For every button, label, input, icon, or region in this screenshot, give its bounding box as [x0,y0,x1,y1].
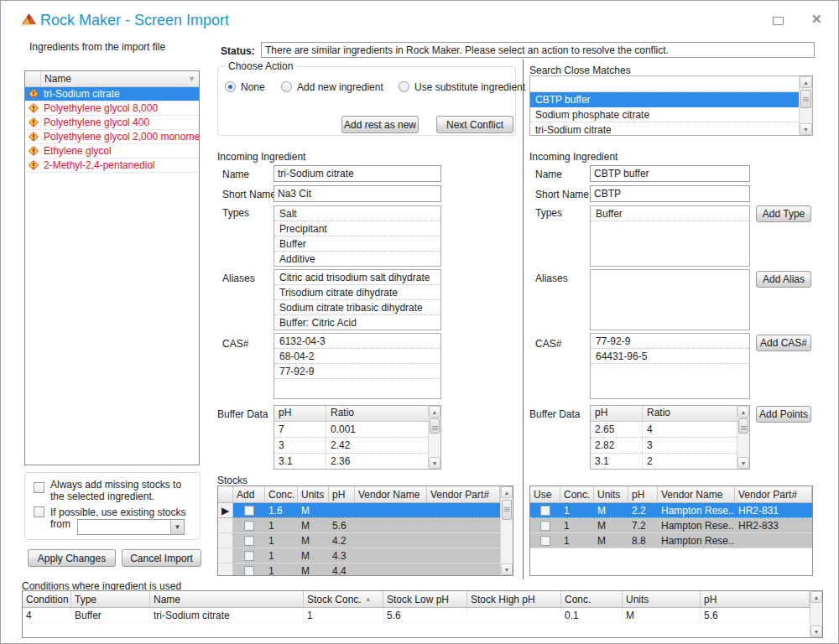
stock-row[interactable]: 1M5.6 [218,518,513,533]
scrollbar[interactable]: ▲ ▼ [428,406,440,469]
column-header[interactable]: Units [594,486,628,502]
incoming-buffer-table[interactable]: pH Ratio 7 0.001 3 2.42 3.1 2.36 ▲ ▼ [274,405,441,470]
list-item[interactable]: Precipitant [274,221,440,236]
search-matches-list[interactable]: CBTP bufferSodium phosphate citratetri-S… [529,75,813,136]
existing-short-name-field[interactable]: CBTP [590,185,750,202]
add-cas-button[interactable]: Add CAS# [756,335,811,351]
buffer-row[interactable]: 3.1 2.36 [274,454,428,470]
scrollbar[interactable]: ▲ ▼ [737,406,749,469]
column-header[interactable]: pH [329,486,355,502]
import-list-item[interactable]: Polyethylene glycol 2,000 monomet... [25,130,199,144]
column-header[interactable]: Ratio [643,406,737,421]
scroll-down-icon[interactable]: ▼ [800,123,812,135]
stock-row[interactable]: 1M7.2Hampton Rese...HR2-833 [530,518,812,533]
scroll-up-icon[interactable]: ▲ [810,591,822,603]
list-item[interactable]: Buffer: Citric Acid [274,315,440,330]
incoming-aliases-list[interactable]: Citric acid trisodium salt dihydrateTris… [274,269,441,330]
add-points-button[interactable]: Add Points [756,406,811,423]
import-list-item[interactable]: 2-Methyl-2,4-pentanediol [25,158,199,173]
column-header[interactable]: Units [298,486,329,502]
scroll-down-icon[interactable]: ▼ [737,457,749,469]
list-item[interactable]: 6132-04-3 [274,334,440,349]
list-item[interactable]: Salt [274,206,440,221]
list-item[interactable]: Buffer [591,206,749,221]
buffer-row[interactable]: 2.82 3 [591,438,737,454]
add-rest-as-new-button[interactable]: Add rest as new [341,116,419,133]
import-list-item[interactable]: Ethylene glycol [25,144,199,158]
conditions-scrollbar[interactable]: ▲ ▼ [810,591,822,637]
column-header[interactable]: pH [591,406,643,421]
column-header[interactable]: Type [71,591,150,607]
buffer-row[interactable]: 3.1 2 [591,454,737,470]
column-header[interactable]: Units [623,591,701,607]
list-item[interactable]: Sodium citrate tribasic dihydrate [274,300,440,315]
conditions-table[interactable]: Condition #TypeNameStock Conc.▲Stock Low… [22,590,823,638]
radio-use-substitute[interactable] [399,81,409,92]
incoming-types-list[interactable]: SaltPrecipitantBufferAdditive [274,205,441,267]
row-checkbox[interactable] [540,536,550,546]
condition-row[interactable]: 4Buffertri-Sodium citrate15.60.1M5.6 [23,608,822,623]
stock-row[interactable]: 1M2.2Hampton Rese...HR2-831 [530,503,812,518]
column-header[interactable]: Stock Low pH [383,591,467,607]
list-item[interactable]: 77-92-9 [274,364,440,379]
search-match-item[interactable]: CBTP buffer [530,92,799,107]
column-header[interactable]: Stock Conc.▲ [304,591,383,607]
existing-buffer-table[interactable]: pH Ratio 2.65 4 2.82 3 3.1 2 ▲ ▼ [590,405,750,470]
column-header[interactable]: Condition # [23,591,71,607]
column-header[interactable]: pH [274,406,326,421]
incoming-short-name-field[interactable]: Na3 Cit [274,185,441,202]
search-matches-scrollbar[interactable]: ▲ ▼ [799,76,812,135]
column-header[interactable]: Ratio [326,406,428,421]
column-header[interactable]: Vendor Part# [735,486,812,502]
incoming-cas-list[interactable]: 6132-04-368-04-277-92-9 [274,333,441,399]
existing-types-list[interactable]: Buffer [590,205,750,267]
close-button[interactable]: ✕ [811,12,822,27]
row-checkbox[interactable] [244,551,254,561]
column-header[interactable]: Vendor Name [355,486,427,502]
list-item[interactable]: 77-92-9 [591,334,749,349]
radio-add-new-ingredient[interactable] [281,81,292,92]
incoming-name-field[interactable]: tri-Sodium citrate [274,165,441,182]
next-conflict-button[interactable]: Next Conflict [436,116,513,133]
list-item[interactable]: Buffer [274,236,440,252]
use-existing-stocks-checkbox[interactable] [34,506,44,517]
stock-row[interactable]: 1M8.8Hampton Rese... [530,533,812,548]
row-selector[interactable] [218,533,233,548]
stock-row[interactable]: ▶1.6M [218,503,513,518]
stocks-table[interactable]: AddConc.UnitspHVendor NameVendor Part#▶1… [217,486,513,576]
column-header[interactable]: Stock High pH [467,591,561,607]
dropdown-arrow-icon[interactable]: ▼ [170,520,184,534]
scroll-up-icon[interactable]: ▲ [501,486,513,498]
list-item[interactable]: Citric acid trisodium salt dihydrate [274,270,440,285]
row-checkbox[interactable] [540,506,550,516]
radio-none[interactable] [225,81,236,92]
row-checkbox[interactable] [244,566,254,576]
column-header[interactable]: Use [530,486,560,502]
stock-row[interactable]: 1M4.2 [218,533,513,548]
apply-changes-button[interactable]: Apply Changes [28,549,116,567]
import-list-header[interactable]: Name ▼ [25,71,199,87]
buffer-row[interactable]: 2.65 4 [591,422,737,438]
row-checkbox[interactable] [244,506,254,516]
column-header[interactable]: Conc. [265,486,298,502]
import-list-item[interactable]: tri-Sodium citrate [25,87,199,101]
list-item[interactable]: 68-04-2 [274,349,440,364]
maximize-button[interactable] [773,17,784,25]
stock-row[interactable]: 1M4.4 [218,564,513,576]
add-type-button[interactable]: Add Type [756,205,811,222]
existing-cas-list[interactable]: 77-92-964431-96-5 [590,333,750,399]
buffer-row[interactable]: 7 0.001 [274,422,428,438]
always-add-missing-checkbox[interactable] [34,482,44,493]
row-selector[interactable] [218,548,233,563]
column-header[interactable]: Add [233,486,265,502]
list-item[interactable]: Trisodium citrate dihydrate [274,285,440,300]
scroll-up-icon[interactable]: ▲ [737,406,749,418]
column-header[interactable]: pH [628,486,658,502]
import-list-item[interactable]: Polyethylene glycol 8,000 [25,101,199,116]
list-item[interactable]: 64431-96-5 [591,349,749,364]
row-checkbox[interactable] [540,521,550,531]
column-header[interactable]: Vendor Name [658,486,735,502]
scrollbar[interactable]: ▲ ▼ [500,486,513,575]
existing-stocks-source-dropdown[interactable]: ▼ [77,519,185,535]
row-selector[interactable] [218,564,233,576]
